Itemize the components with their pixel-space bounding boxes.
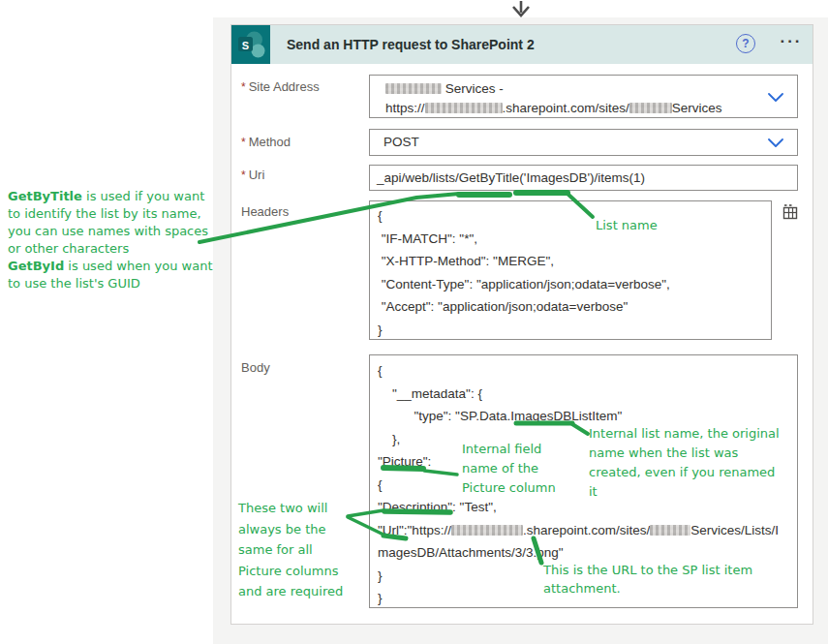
arrow-down-icon: [513, 1, 529, 15]
chevron-down-icon[interactable]: [768, 138, 783, 148]
body-label: Body: [241, 360, 270, 375]
sharepoint-icon: S: [231, 25, 270, 64]
annotation-internal-list-name: Internal list name, the original name wh…: [589, 424, 781, 502]
screenshot-stage: S Send an HTTP request to SharePoint 2 ?…: [0, 0, 828, 644]
redacted-site-name: [385, 83, 442, 94]
site-address-input[interactable]: Services - https://.sharepoint.com/sites…: [369, 75, 798, 118]
site-address-label: *Site Address: [241, 79, 320, 94]
redacted-site: [629, 103, 672, 113]
site-address-line2: https://.sharepoint.com/sites/Services: [385, 99, 768, 118]
action-card-header[interactable]: S Send an HTTP request to SharePoint 2 ?…: [231, 25, 813, 64]
annotation-getbyid-p2: GetById is used when you want to use the…: [8, 258, 219, 292]
redacted-tenant: [451, 525, 523, 536]
help-icon[interactable]: ?: [736, 34, 755, 53]
more-options-icon[interactable]: ...: [774, 28, 809, 53]
uri-input[interactable]: _api/web/lists/GetByTitle('ImagesDB')/it…: [369, 165, 798, 191]
annotation-url-note: This is the URL to the SP list item atta…: [543, 561, 776, 598]
site-address-line1: Services -: [385, 79, 768, 99]
switch-to-table-mode-icon[interactable]: [782, 203, 799, 221]
annotation-these-two: These two will always be the same for al…: [238, 498, 349, 602]
annotation-internal-field: Internal field name of the Picture colum…: [462, 440, 565, 498]
annotation-getbytitle-p1: GetByTitle is used if you want to identi…: [8, 188, 219, 258]
method-input[interactable]: POST: [369, 129, 798, 156]
redacted-tenant: [425, 103, 503, 113]
headers-label: Headers: [241, 204, 289, 219]
annotation-getbytitle: GetByTitle is used if you want to identi…: [8, 188, 219, 292]
chevron-down-icon[interactable]: [768, 93, 783, 103]
svg-text:S: S: [242, 40, 249, 51]
redacted-site: [650, 525, 690, 536]
action-title: Send an HTTP request to SharePoint 2: [287, 37, 535, 52]
uri-label: *Uri: [241, 168, 264, 182]
headers-textarea[interactable]: { "IF-MATCH": "*", "X-HTTP-Method": "MER…: [369, 200, 772, 340]
annotation-list-name: List name: [596, 218, 658, 232]
method-label: *Method: [241, 135, 291, 149]
